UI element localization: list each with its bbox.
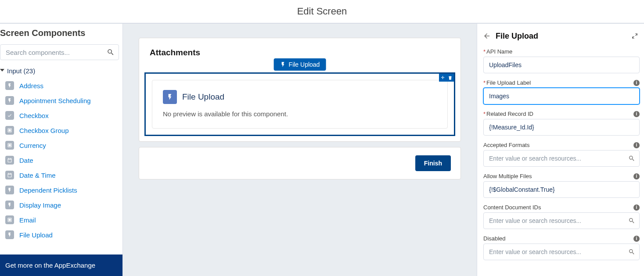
calendar-icon <box>5 156 14 165</box>
left-panel-title: Screen Components <box>0 24 122 44</box>
component-item[interactable]: Appointment Scheduling <box>0 93 122 108</box>
search-icon <box>107 48 115 56</box>
info-icon[interactable]: i <box>633 173 640 179</box>
expand-panel-button[interactable] <box>632 33 638 39</box>
square-icon <box>5 126 14 135</box>
properties-title: File Upload <box>496 32 632 41</box>
component-item[interactable]: Display Image <box>0 197 122 212</box>
component-item[interactable]: Checkbox Group <box>0 123 122 138</box>
component-item-label: File Upload <box>19 231 53 239</box>
property-input[interactable] <box>483 181 640 198</box>
appexchange-link[interactable]: Get more on the AppExchange <box>0 254 122 276</box>
property-input[interactable] <box>483 88 640 104</box>
component-item[interactable]: Checkbox <box>0 108 122 123</box>
section-label: Input (23) <box>7 67 35 75</box>
info-icon[interactable]: i <box>633 80 640 86</box>
property-input[interactable] <box>483 244 640 260</box>
component-item-label: Checkbox <box>19 112 49 119</box>
property-field: *API Name <box>483 48 640 73</box>
back-button[interactable] <box>481 30 493 42</box>
search-icon <box>628 248 635 255</box>
canvas-area: Attachments File Upload File Upload <box>123 24 477 276</box>
move-icon <box>440 75 445 80</box>
property-label: File Upload Label <box>486 79 633 86</box>
property-input[interactable] <box>483 212 640 229</box>
property-label: API Name <box>486 48 640 55</box>
bolt-icon <box>5 96 14 105</box>
expand-icon <box>632 33 638 39</box>
property-input[interactable] <box>483 119 640 136</box>
component-item[interactable]: Dependent Picklists <box>0 183 122 197</box>
move-component-button[interactable] <box>439 74 446 82</box>
search-icon <box>628 155 635 162</box>
square-icon <box>5 141 14 150</box>
selected-component[interactable]: File Upload No preview is available for … <box>144 72 455 136</box>
bolt-icon <box>166 93 173 100</box>
arrow-left-icon <box>483 32 491 40</box>
component-item-label: Display Image <box>19 201 61 209</box>
property-field: Accepted Formatsi <box>483 142 640 167</box>
component-item-label: Date & Time <box>19 172 56 179</box>
component-list-scroll[interactable]: Input (23) AddressAppointment Scheduling… <box>0 65 122 254</box>
section-input-toggle[interactable]: Input (23) <box>0 65 122 78</box>
info-icon[interactable]: i <box>633 111 640 117</box>
component-item[interactable]: Date & Time <box>0 168 122 183</box>
component-item-label: Email <box>19 216 36 224</box>
bolt-icon <box>280 61 286 68</box>
info-icon[interactable]: i <box>633 142 640 148</box>
component-description: No preview is available for this compone… <box>163 110 437 118</box>
component-item[interactable]: Address <box>0 78 122 93</box>
component-item-label: Date <box>19 157 33 164</box>
property-field: Content Document IDsi <box>483 204 640 229</box>
page-title: Edit Screen <box>0 0 644 24</box>
required-indicator: * <box>483 79 486 86</box>
square-icon <box>5 215 14 224</box>
bolt-icon <box>5 230 14 239</box>
component-item-label: Dependent Picklists <box>19 186 77 194</box>
component-item-label: Address <box>19 82 43 90</box>
trash-icon <box>448 75 453 80</box>
required-indicator: * <box>483 48 486 55</box>
calendar-icon <box>5 171 14 179</box>
component-item[interactable]: Email <box>0 212 122 227</box>
component-badge: File Upload <box>274 58 326 71</box>
property-field: Disabledi <box>483 235 640 260</box>
component-title: File Upload <box>182 92 224 102</box>
check-icon <box>5 111 14 120</box>
property-label: Related Record ID <box>486 111 633 117</box>
component-item-label: Currency <box>19 142 46 149</box>
chevron-down-icon <box>0 69 4 73</box>
component-item[interactable]: Currency <box>0 138 122 153</box>
property-input[interactable] <box>483 150 640 167</box>
property-field: *File Upload Labeli <box>483 79 640 104</box>
property-field: Allow Multiple Filesi <box>483 173 640 198</box>
search-icon <box>628 217 635 224</box>
component-item-label: Appointment Scheduling <box>19 97 91 104</box>
component-icon <box>163 90 177 104</box>
property-label: Disabled <box>483 235 633 242</box>
component-item[interactable]: Date <box>0 153 122 168</box>
bolt-icon <box>5 186 14 194</box>
search-input[interactable] <box>0 44 119 60</box>
properties-scroll[interactable]: *API Name*File Upload Labeli*Related Rec… <box>477 48 644 276</box>
info-icon[interactable]: i <box>633 236 640 242</box>
bolt-icon <box>5 201 14 209</box>
finish-button[interactable]: Finish <box>415 155 451 171</box>
property-label: Allow Multiple Files <box>483 173 633 179</box>
info-icon[interactable]: i <box>633 204 640 211</box>
property-field: *Related Record IDi <box>483 111 640 136</box>
property-label: Accepted Formats <box>483 142 633 148</box>
property-label: Content Document IDs <box>483 204 633 211</box>
delete-component-button[interactable] <box>446 74 454 82</box>
bolt-icon <box>5 81 14 90</box>
required-indicator: * <box>483 111 486 117</box>
component-item[interactable]: File Upload <box>0 227 122 242</box>
property-input[interactable] <box>483 57 640 73</box>
component-item-label: Checkbox Group <box>19 127 69 134</box>
